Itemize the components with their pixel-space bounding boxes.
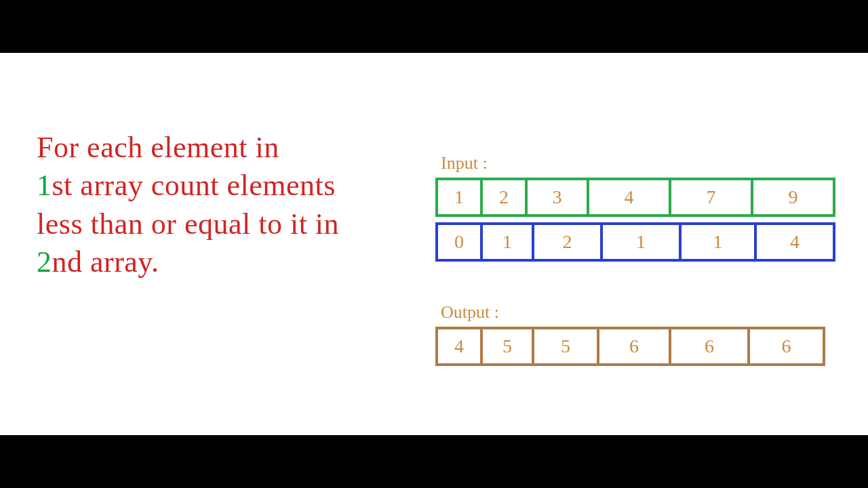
desc-line-4: array. bbox=[83, 245, 159, 279]
array-cell: 9 bbox=[751, 178, 835, 217]
array-cell: 5 bbox=[480, 327, 534, 366]
array-cell: 7 bbox=[669, 178, 753, 217]
array-cell: 1 bbox=[600, 222, 682, 262]
array-output: 4 5 5 6 6 6 bbox=[435, 327, 856, 366]
array-first: 1 2 3 4 7 9 bbox=[435, 178, 856, 217]
array-cell: 3 bbox=[525, 178, 589, 217]
ord1-suffix: st bbox=[52, 169, 73, 202]
array-cell: 2 bbox=[480, 178, 528, 217]
array-cell: 1 bbox=[679, 222, 757, 262]
array-cell: 4 bbox=[754, 222, 835, 262]
ord1-digit: 1 bbox=[37, 169, 52, 202]
desc-line-2: array count elements bbox=[73, 169, 336, 202]
arrays-panel: Input : 1 2 3 4 7 9 0 1 2 1 1 4 Output :… bbox=[435, 153, 856, 371]
array-cell: 6 bbox=[747, 327, 825, 366]
array-cell: 4 bbox=[587, 178, 671, 217]
array-cell: 0 bbox=[435, 222, 483, 262]
output-label: Output : bbox=[441, 302, 856, 323]
array-cell: 1 bbox=[480, 222, 534, 262]
desc-line-3: less than or equal to it in bbox=[37, 207, 339, 241]
input-label: Input : bbox=[441, 153, 856, 174]
ord2-suffix: nd bbox=[52, 245, 83, 279]
description-text: For each element in 1st array count elem… bbox=[37, 129, 420, 281]
array-cell: 6 bbox=[597, 327, 671, 366]
array-cell: 5 bbox=[532, 327, 599, 366]
ord2-digit: 2 bbox=[37, 245, 52, 279]
diagram-canvas: For each element in 1st array count elem… bbox=[0, 53, 868, 435]
array-second: 0 1 2 1 1 4 bbox=[435, 222, 856, 262]
array-cell: 2 bbox=[532, 222, 603, 262]
array-cell: 6 bbox=[669, 327, 750, 366]
array-cell: 4 bbox=[435, 327, 483, 366]
desc-line-1: For each element in bbox=[37, 131, 279, 164]
array-cell: 1 bbox=[435, 178, 483, 217]
